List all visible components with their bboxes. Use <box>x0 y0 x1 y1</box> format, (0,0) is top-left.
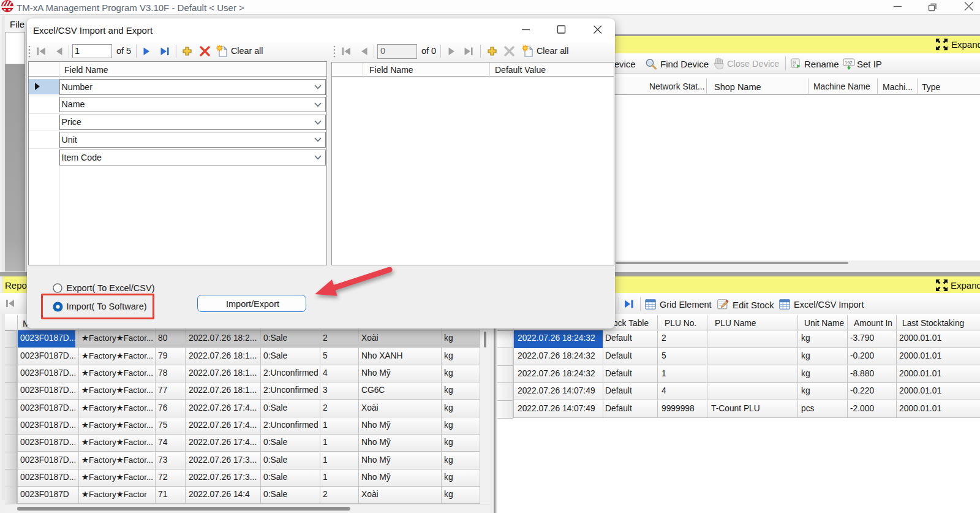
svg-text:x: x <box>793 63 795 67</box>
svg-text:192: 192 <box>845 60 853 66</box>
